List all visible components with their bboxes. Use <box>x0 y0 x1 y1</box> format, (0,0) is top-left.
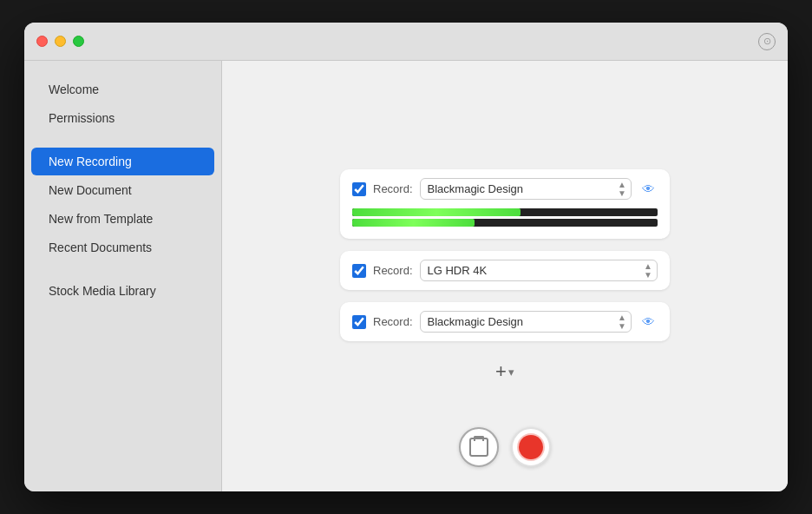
maximize-button[interactable] <box>73 36 84 47</box>
record-1-checkbox[interactable] <box>352 182 366 196</box>
record-button[interactable] <box>511 427 551 467</box>
content-area: Welcome Permissions New Recording New Do… <box>24 61 788 491</box>
expand-icon[interactable]: ⊙ <box>758 33 776 50</box>
sidebar-item-new-recording[interactable]: New Recording <box>31 148 214 175</box>
sidebar-divider <box>24 133 221 147</box>
record-1-meter <box>352 207 658 230</box>
record-row-2: Record: LG HDR 4K ▲ ▼ <box>340 251 670 290</box>
screenshot-icon <box>469 438 488 457</box>
bottom-controls <box>459 427 551 467</box>
minimize-button[interactable] <box>55 36 66 47</box>
record-3-device-select[interactable]: Blackmagic Design <box>420 311 632 333</box>
meter-bar-2 <box>352 219 658 227</box>
add-record-button[interactable]: + ▾ <box>495 360 514 383</box>
add-button-row: + ▾ <box>340 360 670 383</box>
record-2-label: Record: <box>373 264 413 277</box>
record-1-device-select[interactable]: Blackmagic Design <box>420 178 632 200</box>
close-button[interactable] <box>36 36 48 47</box>
record-3-select-wrapper: Blackmagic Design ▲ ▼ <box>420 311 632 333</box>
record-2-checkbox[interactable] <box>352 264 366 278</box>
sidebar-item-new-from-template[interactable]: New from Template <box>31 205 214 233</box>
records-container: Record: Blackmagic Design ▲ ▼ 👁 <box>340 169 670 383</box>
sidebar-item-new-document[interactable]: New Document <box>31 176 214 204</box>
record-2-select-wrapper: LG HDR 4K ▲ ▼ <box>420 260 658 281</box>
traffic-lights <box>36 36 84 47</box>
sidebar-item-stock-media[interactable]: Stock Media Library <box>31 277 214 305</box>
screenshot-button[interactable] <box>459 427 499 467</box>
sidebar-item-welcome[interactable]: Welcome <box>31 76 214 103</box>
record-2-device-select[interactable]: LG HDR 4K <box>420 260 658 281</box>
meter-fill-2 <box>352 219 475 227</box>
sidebar-divider-2 <box>24 262 221 276</box>
main-content: Record: Blackmagic Design ▲ ▼ 👁 <box>222 61 788 491</box>
record-1-select-wrapper: Blackmagic Design ▲ ▼ <box>420 178 632 200</box>
sidebar-item-recent-documents[interactable]: Recent Documents <box>31 234 214 261</box>
titlebar-right: ⊙ <box>758 33 776 50</box>
record-row-1: Record: Blackmagic Design ▲ ▼ 👁 <box>340 169 670 239</box>
meter-fill-1 <box>352 208 521 216</box>
record-circle-icon <box>519 435 543 459</box>
record-1-eye-icon[interactable]: 👁 <box>638 180 658 199</box>
sidebar: Welcome Permissions New Recording New Do… <box>24 61 222 491</box>
record-1-label: Record: <box>373 182 413 195</box>
app-window: ⊙ Welcome Permissions New Recording New … <box>24 23 788 491</box>
record-row-1-top: Record: Blackmagic Design ▲ ▼ 👁 <box>352 178 658 200</box>
record-3-checkbox[interactable] <box>352 315 366 329</box>
sidebar-item-permissions[interactable]: Permissions <box>31 104 214 132</box>
titlebar: ⊙ <box>24 23 788 61</box>
record-3-eye-icon[interactable]: 👁 <box>638 313 658 332</box>
record-row-3: Record: Blackmagic Design ▲ ▼ 👁 <box>340 302 670 341</box>
meter-bar-1 <box>352 208 658 216</box>
record-3-label: Record: <box>373 315 413 328</box>
